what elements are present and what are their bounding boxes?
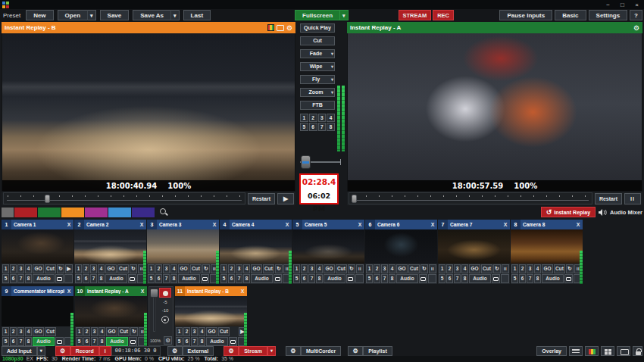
overlay-7-button[interactable]: 7 bbox=[17, 337, 24, 346]
stinger-8[interactable]: 8 bbox=[327, 123, 335, 131]
audio-toggle-button[interactable]: Audio bbox=[206, 337, 228, 346]
save-as-dropdown-arrow[interactable]: ▾ bbox=[170, 10, 180, 20]
overlay-6-button[interactable]: 6 bbox=[10, 337, 17, 346]
audio-toggle-button[interactable]: Audio bbox=[33, 274, 55, 283]
audio-mixer-button[interactable]: Audio Mixer bbox=[610, 209, 642, 216]
overlay-2-button[interactable]: 2 bbox=[301, 264, 308, 273]
stream-dropdown-arrow[interactable]: ▾ bbox=[267, 346, 276, 356]
go-button[interactable]: GO bbox=[542, 264, 553, 273]
external-settings-gear-icon[interactable]: ⚙ bbox=[167, 346, 183, 356]
overlay-8-button[interactable]: 8 bbox=[461, 274, 468, 283]
loop-icon[interactable]: ↻ bbox=[566, 264, 574, 273]
ftb-button[interactable]: FTB bbox=[300, 101, 335, 110]
stinger-4[interactable]: 4 bbox=[327, 114, 335, 122]
stinger-5[interactable]: 5 bbox=[300, 123, 308, 131]
overlay-3-button[interactable]: 3 bbox=[381, 264, 388, 273]
transition-tbar[interactable] bbox=[300, 155, 341, 169]
overlay-2-button[interactable]: 2 bbox=[10, 327, 17, 336]
record-settings-gear-icon[interactable]: ⚙ bbox=[55, 346, 70, 356]
overlay-7-button[interactable]: 7 bbox=[91, 337, 98, 346]
overlay-5-button[interactable]: 5 bbox=[2, 274, 9, 283]
overlay-6-button[interactable]: 6 bbox=[374, 274, 380, 283]
audio-toggle-button[interactable]: Audio bbox=[106, 337, 128, 346]
overlay-3-button[interactable]: 3 bbox=[308, 264, 315, 273]
input-settings-gear-icon[interactable] bbox=[355, 274, 364, 283]
overlay-2-button[interactable]: 2 bbox=[155, 264, 162, 273]
playlist-button[interactable]: Playlist bbox=[363, 346, 392, 356]
overlay-1-button[interactable]: 1 bbox=[76, 327, 83, 336]
loop-icon[interactable] bbox=[230, 327, 238, 336]
overlay-8-button[interactable]: 8 bbox=[243, 274, 250, 283]
cut-button[interactable]: Cut bbox=[117, 264, 129, 273]
cut-button[interactable]: Cut bbox=[408, 264, 420, 273]
program-scrub-handle[interactable] bbox=[352, 195, 357, 203]
overlay-3-button[interactable]: 3 bbox=[163, 264, 170, 273]
program-video[interactable]: 18:00:57.59 100% bbox=[347, 33, 642, 192]
input-thumbnail[interactable] bbox=[147, 229, 219, 264]
input-thumbnail[interactable] bbox=[2, 296, 73, 326]
input-tile-2[interactable]: 2 Camera 2 X 1 2 3 4 GO Cut ↻ II 5 6 7 8… bbox=[74, 220, 146, 284]
close-input-button[interactable]: X bbox=[137, 222, 146, 227]
record-button[interactable]: Record bbox=[70, 346, 99, 356]
program-pause-button[interactable]: II bbox=[624, 193, 641, 204]
record-info-button[interactable]: i bbox=[99, 346, 111, 356]
overlay-4-button[interactable]: 4 bbox=[199, 327, 205, 336]
preview-scrub-handle[interactable] bbox=[45, 195, 50, 203]
new-button[interactable]: New bbox=[26, 10, 53, 20]
monitor-icon[interactable] bbox=[277, 25, 284, 31]
go-button[interactable]: GO bbox=[33, 264, 44, 273]
fullscreen-monitor-button[interactable] bbox=[564, 274, 573, 283]
overlay-3-button[interactable]: 3 bbox=[17, 264, 24, 273]
tbar-handle[interactable] bbox=[301, 155, 311, 169]
audio-toggle-button[interactable]: Audio bbox=[542, 274, 564, 283]
save-button[interactable]: Save bbox=[100, 10, 130, 20]
overlay-3-button[interactable]: 3 bbox=[191, 327, 198, 336]
overlay-4-button[interactable]: 4 bbox=[25, 264, 32, 273]
go-button[interactable]: GO bbox=[251, 264, 262, 273]
cut-button[interactable]: Cut bbox=[218, 327, 230, 336]
close-input-button[interactable]: X bbox=[64, 222, 73, 227]
overlay-7-button[interactable]: 7 bbox=[381, 274, 388, 283]
color-bars-icon[interactable] bbox=[267, 24, 274, 31]
overlay-7-button[interactable]: 7 bbox=[454, 274, 461, 283]
overlay-2-button[interactable]: 2 bbox=[374, 264, 380, 273]
master-fader-handle[interactable] bbox=[150, 289, 158, 298]
stinger-7[interactable]: 7 bbox=[318, 123, 327, 131]
overlay-1-button[interactable]: 1 bbox=[220, 264, 227, 273]
input-tile-header[interactable]: 2 Camera 2 X bbox=[74, 220, 146, 229]
overlay-8-button[interactable]: 8 bbox=[534, 274, 541, 283]
loop-icon[interactable] bbox=[57, 327, 64, 336]
playlist-settings-gear-icon[interactable]: ⚙ bbox=[348, 346, 363, 356]
overlay-3-button[interactable]: 3 bbox=[91, 327, 98, 336]
cut-button[interactable]: Cut bbox=[263, 264, 274, 273]
loop-icon[interactable]: ↻ bbox=[202, 264, 210, 273]
go-button[interactable]: GO bbox=[33, 327, 44, 336]
play-pause-icon[interactable]: II bbox=[502, 264, 509, 273]
overlay-1-button[interactable]: 1 bbox=[366, 264, 373, 273]
close-input-button[interactable]: X bbox=[355, 222, 364, 227]
overlay-3-button[interactable]: 3 bbox=[454, 264, 461, 273]
overlay-5-button[interactable]: 5 bbox=[511, 274, 518, 283]
go-button[interactable]: GO bbox=[469, 264, 480, 273]
wipe-button[interactable]: ▾Wipe bbox=[300, 62, 335, 71]
overlay-8-button[interactable]: 8 bbox=[25, 337, 32, 346]
fullscreen-monitor-button[interactable] bbox=[201, 274, 209, 283]
fullscreen-monitor-button[interactable] bbox=[128, 274, 136, 283]
open-dropdown-arrow[interactable]: ▾ bbox=[87, 10, 96, 20]
overlay-3-button[interactable]: 3 bbox=[90, 264, 97, 273]
overlay-4-button[interactable]: 4 bbox=[98, 264, 105, 273]
overlay-2-button[interactable]: 2 bbox=[83, 327, 90, 336]
instant-replay-button[interactable]: ↺ Instant Replay bbox=[541, 207, 596, 217]
cut-button[interactable]: Cut bbox=[554, 264, 565, 273]
overlay-6-button[interactable]: 6 bbox=[183, 337, 190, 346]
input-tile-header[interactable]: 1 Camera 1 X bbox=[2, 220, 73, 229]
close-button[interactable]: × bbox=[630, 1, 644, 9]
go-button[interactable]: GO bbox=[396, 264, 408, 273]
overlay-8-button[interactable]: 8 bbox=[98, 274, 105, 283]
overlay-8-button[interactable]: 8 bbox=[170, 274, 177, 283]
audio-toggle-button[interactable]: Audio bbox=[251, 274, 273, 283]
multiview-grid-icon[interactable] bbox=[601, 346, 614, 356]
input-tile-10[interactable]: 10 Instant Replay - A X 1 2 3 4 GO Cut ↻… bbox=[75, 286, 147, 346]
stinger-6[interactable]: 6 bbox=[309, 123, 317, 131]
stream-settings-gear-icon[interactable]: ⚙ bbox=[224, 346, 239, 356]
